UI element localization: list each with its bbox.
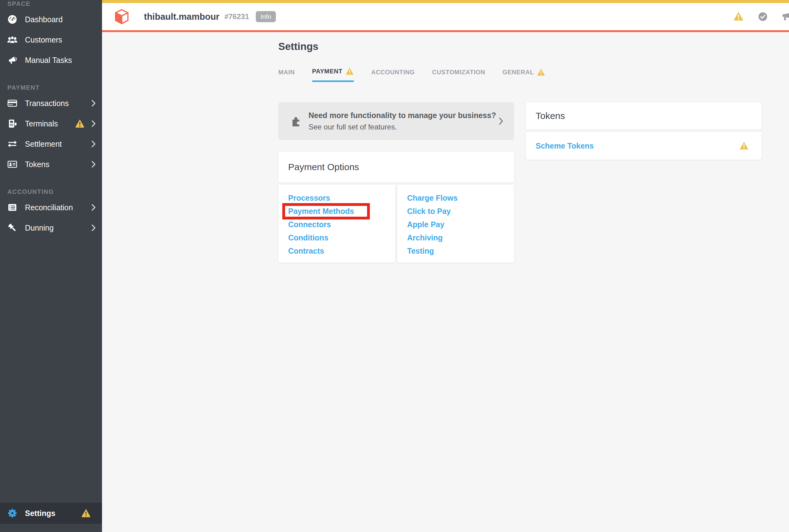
payment-options-left-column: Processors Payment Methods Connectors Co…	[278, 185, 395, 263]
check-circle-icon[interactable]	[758, 12, 768, 22]
tab-label: CUSTOMIZATION	[432, 69, 485, 76]
sidebar-item-label: Dunning	[25, 224, 54, 232]
sidebar-item-label: Transactions	[25, 99, 69, 108]
gavel-icon	[7, 223, 18, 233]
chevron-right-icon	[91, 120, 96, 127]
chevron-right-icon	[91, 204, 96, 211]
bullhorn-icon[interactable]	[782, 13, 789, 23]
tab-label: ACCOUNTING	[371, 69, 415, 76]
top-accent-strip	[102, 0, 789, 3]
tab-general[interactable]: GENERAL	[502, 67, 545, 82]
sidebar-section-label: ACCOUNTING	[0, 188, 102, 195]
warning-icon[interactable]	[733, 11, 744, 22]
chevron-right-icon	[91, 224, 96, 231]
sidebar-section-accounting: ACCOUNTING Reconciliation	[0, 188, 102, 238]
sidebar-item-label: Settlement	[25, 140, 62, 149]
main-content: Settings MAIN PAYMENT ACCOUNTING CUSTOMI…	[102, 34, 789, 532]
sidebar-item-label: Terminals	[25, 119, 58, 128]
link-testing[interactable]: Testing	[407, 247, 434, 255]
sidebar-section-payment: PAYMENT Transactions Termina	[0, 84, 102, 174]
sidebar-item-dunning[interactable]: Dunning	[0, 217, 102, 238]
sidebar-item-label: Settings	[25, 509, 56, 518]
tab-payment[interactable]: PAYMENT	[312, 67, 354, 82]
tokens-card: Tokens Scheme Tokens	[526, 102, 762, 160]
topbar: thibault.mambour #76231 Info	[102, 0, 789, 32]
banner-title: Need more functionality to manage your b…	[309, 111, 496, 120]
red-highlight-box: Payment Methods	[282, 203, 370, 220]
link-apple-pay[interactable]: Apple Pay	[407, 220, 444, 229]
sidebar-item-label: Reconciliation	[25, 203, 73, 212]
sidebar-section-label: PAYMENT	[0, 84, 102, 91]
sidebar-item-label: Tokens	[25, 160, 49, 169]
sidebar-item-label: Dashboard	[25, 15, 62, 24]
card-title: Payment Options	[288, 162, 359, 172]
warning-icon	[346, 67, 354, 76]
features-banner[interactable]: Need more functionality to manage your b…	[278, 102, 514, 140]
link-payment-methods[interactable]: Payment Methods	[288, 207, 354, 216]
chevron-right-icon	[91, 140, 96, 148]
users-group-icon	[7, 35, 18, 45]
warning-icon	[81, 508, 91, 518]
link-archiving[interactable]: Archiving	[407, 233, 443, 242]
link-processors[interactable]: Processors	[288, 194, 330, 203]
chevron-right-icon	[91, 99, 96, 107]
payment-options-right-column: Charge Flows Click to Pay Apple Pay Arch…	[397, 185, 514, 263]
sidebar-item-tokens[interactable]: Tokens	[0, 154, 102, 174]
tab-accounting[interactable]: ACCOUNTING	[371, 67, 415, 82]
sidebar-item-terminals[interactable]: Terminals	[0, 113, 102, 134]
chevron-right-icon	[499, 117, 504, 126]
tab-main[interactable]: MAIN	[278, 67, 295, 82]
payment-options-card: Payment Options Processors Payment Metho…	[278, 152, 514, 263]
warning-icon	[739, 141, 749, 150]
tab-label: GENERAL	[502, 69, 534, 76]
banner-subtitle: See our full set of features.	[309, 123, 496, 131]
card-title: Tokens	[536, 111, 565, 121]
sidebar: SPACE Dashboard Customers	[0, 0, 102, 532]
exchange-arrows-icon	[7, 139, 18, 149]
workspace-title: thibault.mambour	[144, 12, 219, 22]
credit-card-icon	[7, 98, 18, 108]
sidebar-section-label: SPACE	[0, 0, 102, 7]
sidebar-item-manual-tasks[interactable]: Manual Tasks	[0, 50, 102, 70]
sidebar-item-settings[interactable]: Settings	[0, 503, 102, 524]
workspace-id: #76231	[224, 12, 249, 21]
tab-customization[interactable]: CUSTOMIZATION	[432, 67, 485, 82]
cube-logo-icon	[114, 9, 129, 24]
sidebar-item-label: Customers	[25, 35, 62, 44]
payment-terminal-icon	[7, 119, 18, 129]
link-click-to-pay[interactable]: Click to Pay	[407, 207, 451, 216]
link-contracts[interactable]: Contracts	[288, 247, 324, 255]
sidebar-item-dashboard[interactable]: Dashboard	[0, 9, 102, 30]
link-connectors[interactable]: Connectors	[288, 220, 331, 229]
puzzle-icon	[290, 115, 302, 127]
sidebar-item-transactions[interactable]: Transactions	[0, 93, 102, 113]
gear-icon	[7, 508, 18, 518]
warning-icon	[537, 68, 545, 76]
dashboard-gauge-icon	[7, 15, 18, 24]
link-charge-flows[interactable]: Charge Flows	[407, 194, 458, 203]
list-icon	[7, 203, 18, 212]
warning-icon	[75, 119, 85, 129]
id-card-icon	[7, 159, 18, 169]
sidebar-item-label: Manual Tasks	[25, 56, 72, 65]
link-scheme-tokens[interactable]: Scheme Tokens	[536, 141, 594, 150]
link-conditions[interactable]: Conditions	[288, 233, 329, 242]
sidebar-section-space: SPACE Dashboard Customers	[0, 0, 102, 70]
chevron-right-icon	[91, 160, 96, 168]
info-badge[interactable]: Info	[256, 11, 276, 22]
tab-label: PAYMENT	[312, 68, 343, 75]
tab-label: MAIN	[278, 69, 295, 76]
page-title: Settings	[278, 41, 762, 52]
sidebar-item-customers[interactable]: Customers	[0, 30, 102, 50]
megaphone-icon	[7, 55, 18, 65]
sidebar-item-settlement[interactable]: Settlement	[0, 134, 102, 154]
sidebar-item-reconciliation[interactable]: Reconciliation	[0, 197, 102, 217]
settings-tabs: MAIN PAYMENT ACCOUNTING CUSTOMIZATION GE…	[278, 67, 762, 82]
